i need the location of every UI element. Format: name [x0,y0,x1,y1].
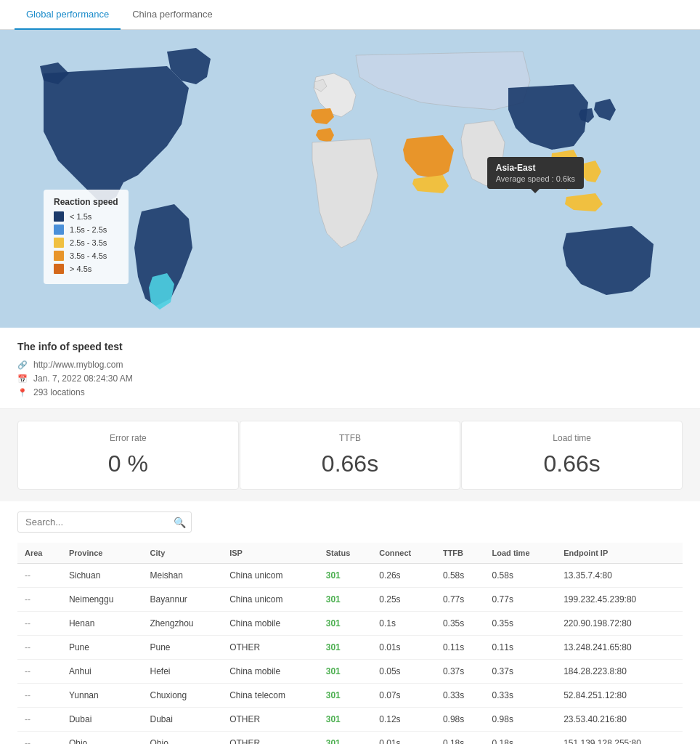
stat-loadtime: Load time 0.66s [461,421,683,490]
cell-ttfb: 0.33s [436,684,485,708]
info-section: The info of speed test 🔗 http://www.mybl… [0,328,700,409]
location-icon: 📍 [17,388,28,397]
cell-city: Pune [142,636,222,660]
cell-status: 301 [319,660,372,684]
legend-item-1: < 1.5s [54,211,118,222]
search-wrapper: 🔍 [17,512,192,533]
cell-area: -- [17,732,62,745]
table-row: -- Anhui Hefei China mobile 301 0.05s 0.… [17,660,683,684]
info-locations-row: 📍 293 locations [17,387,683,397]
info-date-row: 📅 Jan. 7, 2022 08:24:30 AM [17,373,683,384]
map-legend: Reaction speed < 1.5s 1.5s - 2.5s 2.5s -… [44,190,129,284]
stat-error-label: Error rate [33,433,224,443]
info-url: http://www.myblog.com [33,360,123,370]
cell-status: 301 [319,588,372,612]
stat-ttfb-label: TTFB [255,433,446,443]
cell-province: Anhui [62,660,143,684]
cell-province: Yunnan [62,684,143,708]
cell-ip: 184.28.223.8:80 [556,660,683,684]
cell-city: Ohio [142,732,222,745]
cell-city: Bayannur [142,588,222,612]
cell-connect: 0.1s [372,612,436,636]
stat-ttfb: TTFB 0.66s [240,421,461,490]
cell-loadtime: 0.18s [485,732,557,745]
cell-city: Meishan [142,564,222,588]
legend-label-4: 3.5s - 4.5s [70,251,107,260]
link-icon: 🔗 [17,360,28,370]
cell-loadtime: 0.11s [485,636,557,660]
cell-ip: 52.84.251.12:80 [556,684,683,708]
cell-connect: 0.05s [372,660,436,684]
table-row: -- Henan Zhengzhou China mobile 301 0.1s… [17,612,683,636]
cell-ttfb: 0.58s [436,564,485,588]
cell-ip: 151.139.128.255:80 [556,732,683,745]
cell-province: Ohio [62,732,143,745]
tab-china[interactable]: China performance [121,0,224,30]
col-province: Province [62,543,143,564]
legend-title: Reaction speed [54,197,118,207]
cell-city: Hefei [142,660,222,684]
cell-ip: 13.248.241.65:80 [556,636,683,660]
cell-area: -- [17,636,62,660]
cell-ip: 13.35.7.4:80 [556,564,683,588]
table-row: -- Pune Pune OTHER 301 0.01s 0.11s 0.11s… [17,636,683,660]
stat-loadtime-value: 0.66s [476,450,667,477]
legend-item-5: > 4.5s [54,264,118,274]
stat-loadtime-label: Load time [476,433,667,443]
cell-loadtime: 0.35s [485,612,557,636]
cell-isp: OTHER [222,636,319,660]
cell-connect: 0.26s [372,564,436,588]
col-city: City [142,543,222,564]
cell-ttfb: 0.77s [436,588,485,612]
table-header-row: Area Province City ISP Status Connect TT… [17,543,683,564]
cell-isp: China mobile [222,660,319,684]
cell-status: 301 [319,636,372,660]
cell-isp: OTHER [222,708,319,732]
table-row: -- Sichuan Meishan China unicom 301 0.26… [17,564,683,588]
cell-area: -- [17,660,62,684]
info-date: Jan. 7, 2022 08:24:30 AM [33,373,133,384]
cell-ttfb: 0.11s [436,636,485,660]
cell-isp: China unicom [222,588,319,612]
cell-isp: China telecom [222,684,319,708]
cell-city: Dubai [142,708,222,732]
legend-label-5: > 4.5s [70,264,91,273]
table-body: -- Sichuan Meishan China unicom 301 0.26… [17,564,683,745]
col-ttfb: TTFB [436,543,485,564]
col-ip: Endpoint IP [556,543,683,564]
cell-loadtime: 0.77s [485,588,557,612]
cell-ttfb: 0.37s [436,660,485,684]
legend-item-3: 2.5s - 3.5s [54,238,118,248]
cell-ip: 220.90.198.72:80 [556,612,683,636]
cell-loadtime: 0.98s [485,708,557,732]
table-row: -- Ohio Ohio OTHER 301 0.01s 0.18s 0.18s… [17,732,683,745]
info-title: The info of speed test [17,341,683,352]
col-loadtime: Load time [485,543,557,564]
cell-connect: 0.25s [372,588,436,612]
col-isp: ISP [222,543,319,564]
stat-error-rate: Error rate 0 % [17,421,239,490]
legend-item-2: 1.5s - 2.5s [54,225,118,235]
calendar-icon: 📅 [17,374,28,384]
cell-loadtime: 0.58s [485,564,557,588]
cell-ip: 23.53.40.216:80 [556,708,683,732]
cell-connect: 0.07s [372,684,436,708]
table-wrapper: Area Province City ISP Status Connect TT… [0,543,700,744]
legend-item-4: 3.5s - 4.5s [54,251,118,261]
cell-province: Sichuan [62,564,143,588]
search-button[interactable]: 🔍 [174,517,186,528]
cell-connect: 0.01s [372,732,436,745]
search-input[interactable] [17,512,192,533]
stats-row: Error rate 0 % TTFB 0.66s Load time 0.66… [0,409,700,501]
cell-connect: 0.12s [372,708,436,732]
table-row: -- Yunnan Chuxiong China telecom 301 0.0… [17,684,683,708]
cell-area: -- [17,588,62,612]
stat-error-value: 0 % [33,450,224,477]
stat-ttfb-value: 0.66s [255,450,446,477]
cell-isp: China unicom [222,564,319,588]
col-area: Area [17,543,62,564]
cell-city: Chuxiong [142,684,222,708]
col-status: Status [319,543,372,564]
cell-area: -- [17,684,62,708]
tab-global[interactable]: Global performance [15,0,121,30]
